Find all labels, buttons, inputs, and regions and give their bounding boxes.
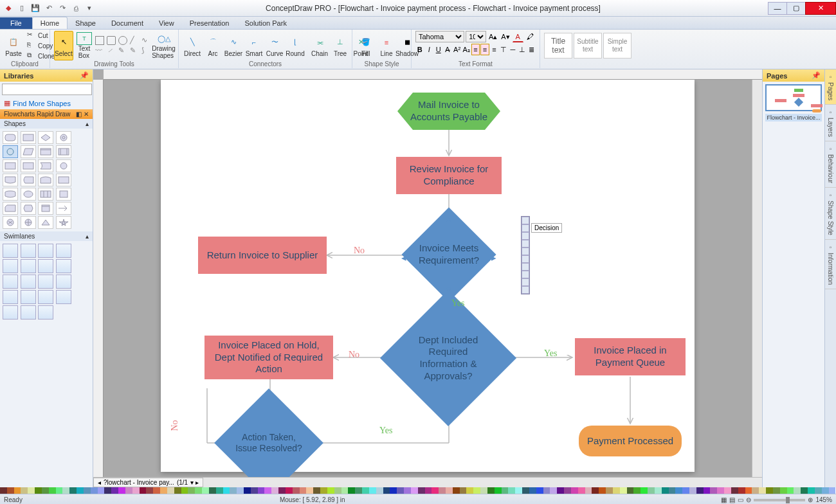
color-swatch[interactable]	[418, 487, 425, 494]
app-icon[interactable]: ◆	[3, 3, 14, 14]
color-swatch[interactable]	[355, 487, 362, 494]
shape-item[interactable]	[56, 159, 71, 172]
color-swatch[interactable]	[536, 487, 543, 494]
color-swatch[interactable]	[77, 487, 84, 494]
connector-direct-button[interactable]: ╲Direct	[183, 31, 202, 60]
color-swatch[interactable]	[195, 487, 202, 494]
color-swatch[interactable]	[815, 487, 822, 494]
tab-solution-park[interactable]: Solution Park	[237, 17, 294, 29]
color-swatch[interactable]	[592, 487, 599, 494]
color-swatch[interactable]	[327, 487, 334, 494]
canvas[interactable]: Mail Invoice to Accounts Payable Review …	[104, 80, 752, 477]
color-swatch[interactable]	[286, 487, 293, 494]
tab-document[interactable]: Document	[104, 17, 151, 29]
highlight-icon[interactable]: 🖍	[525, 31, 536, 42]
color-swatch[interactable]	[738, 487, 745, 494]
shape-item[interactable]	[38, 188, 53, 201]
shape-tool-icon[interactable]: ∿	[141, 36, 150, 45]
color-swatch[interactable]	[264, 487, 271, 494]
swimlane-item[interactable]	[56, 259, 71, 273]
style-simple-button[interactable]: Simple text	[603, 33, 632, 59]
page-tab[interactable]: ◂ ?lowchart - Invoice pay... (1/1 ▾ ▸	[93, 478, 203, 487]
fill-button[interactable]: 🪣Fill	[356, 31, 376, 60]
library-swimlanes-section[interactable]: Swimlanes▴	[0, 231, 93, 241]
flowchart-start[interactable]: Mail Invoice to Accounts Payable	[397, 93, 500, 130]
color-swatch[interactable]	[780, 487, 787, 494]
color-swatch[interactable]	[397, 487, 404, 494]
color-swatch[interactable]	[662, 487, 669, 494]
color-swatch[interactable]	[7, 487, 14, 494]
connector-smart-button[interactable]: ⌐Smart	[244, 31, 264, 60]
connector-arc-button[interactable]: ⌒Arc	[203, 31, 223, 60]
color-swatch[interactable]	[111, 487, 118, 494]
color-swatch[interactable]	[62, 487, 69, 494]
shape-item[interactable]	[3, 145, 18, 158]
color-swatch[interactable]	[529, 487, 536, 494]
shape-item[interactable]	[21, 145, 36, 158]
sidetab-behaviour[interactable]: ▫Behaviour	[825, 141, 836, 188]
flowchart-process[interactable]: Invoice Placed in Payment Queue	[575, 338, 686, 375]
color-swatch[interactable]	[188, 487, 195, 494]
qat-redo-icon[interactable]: ↷	[57, 3, 68, 14]
color-swatch[interactable]	[495, 487, 502, 494]
style-title-button[interactable]: Title text	[544, 33, 572, 59]
color-swatch[interactable]	[453, 487, 460, 494]
color-swatch[interactable]	[675, 487, 682, 494]
shape-item[interactable]	[38, 174, 53, 186]
swimlane-item[interactable]	[56, 274, 71, 289]
swimlane-item[interactable]	[21, 305, 36, 320]
color-swatch[interactable]	[42, 487, 49, 494]
library-shapes-section[interactable]: Shapes▴	[0, 119, 93, 129]
color-swatch[interactable]	[766, 487, 773, 494]
tab-view[interactable]: View	[151, 17, 182, 29]
color-swatch[interactable]	[829, 487, 836, 494]
page-thumbnail[interactable]	[765, 84, 822, 111]
color-swatch[interactable]	[271, 487, 278, 494]
connector-chain-button[interactable]: ⫘Chain	[310, 31, 329, 60]
shape-item[interactable]	[56, 188, 71, 201]
color-swatch[interactable]	[98, 487, 105, 494]
shape-item[interactable]	[56, 174, 71, 186]
connector-round-button[interactable]: ⌊Round	[286, 31, 305, 60]
valign-bot-icon[interactable]: ⊥	[518, 44, 526, 55]
shape-item[interactable]	[3, 174, 18, 186]
shrink-font-icon[interactable]: A▾	[500, 31, 511, 42]
color-swatch[interactable]	[752, 487, 759, 494]
color-swatch[interactable]	[376, 487, 383, 494]
close-button[interactable]: ✕	[805, 2, 836, 15]
swimlane-item[interactable]	[56, 290, 71, 304]
swimlane-item[interactable]	[38, 290, 53, 304]
shape-item[interactable]	[21, 131, 36, 144]
color-swatch[interactable]	[620, 487, 627, 494]
shape-item[interactable]	[56, 216, 71, 229]
color-swatch[interactable]	[91, 487, 98, 494]
select-tool-button[interactable]: ↖Select	[54, 31, 73, 60]
color-swatch[interactable]	[125, 487, 132, 494]
zoom-value[interactable]: 145%	[815, 496, 832, 503]
swimlane-item[interactable]	[38, 244, 53, 258]
shape-item[interactable]	[56, 145, 71, 158]
color-swatch[interactable]	[369, 487, 376, 494]
color-swatch[interactable]	[439, 487, 446, 494]
swimlane-item[interactable]	[21, 244, 36, 258]
sidetab-shapestyle[interactable]: ▫Shape Style	[825, 188, 836, 240]
color-swatch[interactable]	[564, 487, 571, 494]
color-swatch[interactable]	[446, 487, 453, 494]
color-swatch[interactable]	[731, 487, 738, 494]
color-swatch[interactable]	[153, 487, 160, 494]
color-swatch[interactable]	[167, 487, 174, 494]
color-swatch[interactable]	[223, 487, 230, 494]
swimlane-item[interactable]	[21, 274, 36, 289]
swimlane-item[interactable]	[3, 259, 18, 273]
align-left-icon[interactable]: ≡	[471, 44, 480, 55]
shape-item[interactable]	[21, 216, 36, 229]
shape-item[interactable]	[21, 174, 36, 186]
swimlane-item[interactable]	[38, 274, 53, 289]
color-swatch[interactable]	[140, 487, 147, 494]
color-swatch[interactable]	[480, 487, 487, 494]
view-mode-icon[interactable]: ▦	[721, 496, 727, 503]
color-swatch[interactable]	[432, 487, 439, 494]
sidetab-layers[interactable]: ▫Layers	[825, 105, 836, 141]
color-swatch[interactable]	[466, 487, 473, 494]
shape-tool-icon[interactable]: ╱	[130, 36, 139, 45]
